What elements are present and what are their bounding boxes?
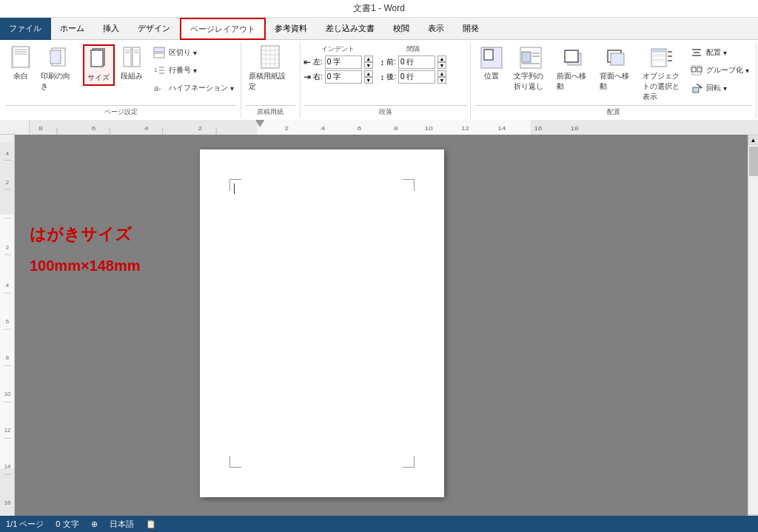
spacing-before-up[interactable]: ▲ [437, 55, 446, 62]
spacing-after-spinner[interactable]: ▲ ▼ [437, 70, 446, 84]
size-button[interactable]: サイズ [83, 44, 115, 86]
selection-pane-button[interactable]: オブジェクトの選択と表示 [640, 44, 684, 104]
vertical-scrollbar[interactable]: ▲ ▼ [748, 135, 758, 525]
title-text: 文書1 - Word [353, 2, 405, 15]
svg-rect-45 [652, 58, 665, 61]
page-setup-label: ページ設定 [6, 105, 236, 117]
draft-paper-label: 原稿用紙設定 [249, 71, 292, 92]
indent-right-down[interactable]: ▼ [364, 77, 373, 84]
spacing-after-row: ↕ 後: 0 行 ▲ ▼ [380, 70, 446, 84]
indent-label: インデント [303, 44, 373, 54]
indent-left-up[interactable]: ▲ [364, 55, 373, 62]
indent-left-spinner[interactable]: ▲ ▼ [364, 55, 373, 69]
wrap-text-button[interactable]: 文字列の折り返し [511, 44, 551, 93]
hyphenation-icon: a- [152, 81, 167, 95]
breaks-button[interactable]: 区切り ▾ [150, 44, 236, 61]
tab-home[interactable]: ホーム [51, 18, 94, 40]
draft-paper-group-label: 原稿用紙 [246, 105, 295, 117]
svg-rect-9 [91, 50, 103, 67]
draft-paper-group: 原稿用紙設定 原稿用紙 [241, 43, 301, 118]
tab-references[interactable]: 参考資料 [266, 18, 317, 40]
scroll-thumb[interactable] [749, 147, 758, 176]
main-area: 4 2 2 4 6 8 10 12 14 16 はがきサイズ 100mm×1 [0, 135, 758, 525]
spacing-label: 間隔 [380, 44, 446, 54]
svg-text:4: 4 [5, 282, 9, 289]
track-changes-symbol: 📋 [146, 519, 156, 529]
indent-left-input[interactable]: 0 字 [325, 55, 362, 69]
spacing-after-up[interactable]: ▲ [437, 70, 446, 77]
page-status-text: 1/1 ページ [6, 519, 44, 530]
tab-developer[interactable]: 開発 [454, 18, 489, 40]
spacing-after-icon: ↕ [380, 73, 385, 81]
align-button[interactable]: 配置 ▾ [687, 44, 751, 61]
line-numbers-icon: 1 [152, 63, 167, 78]
indent-right-spinner[interactable]: ▲ ▼ [364, 70, 373, 84]
align-label: 配置 [706, 47, 721, 58]
spacing-after-down[interactable]: ▼ [437, 77, 446, 84]
arrange-label: 配置 [475, 105, 751, 117]
columns-button[interactable]: 段組み [118, 44, 147, 83]
svg-rect-39 [565, 50, 578, 62]
scroll-up-button[interactable]: ▲ [748, 135, 759, 145]
position-button[interactable]: 位置 [475, 44, 508, 83]
line-numbers-button[interactable]: 1 行番号 ▾ [150, 62, 236, 78]
indent-left-down[interactable]: ▼ [364, 62, 373, 69]
indent-right-icon: ⇥ [303, 72, 311, 82]
page-setup-group: 余白 印刷の向き サ [1, 43, 241, 118]
orientation-button[interactable]: 印刷の向き [38, 44, 80, 93]
hyphenation-button[interactable]: a- ハイフネーション ▾ [150, 80, 236, 96]
rotate-arrow: ▾ [723, 84, 727, 92]
svg-text:6: 6 [358, 124, 361, 131]
spacing-after-input[interactable]: 0 行 [398, 70, 435, 84]
tab-mailings[interactable]: 差し込み文書 [317, 18, 384, 40]
indent-right-up[interactable]: ▲ [364, 70, 373, 77]
rotate-button[interactable]: 回転 ▾ [687, 80, 751, 96]
document-page[interactable] [200, 149, 444, 497]
svg-rect-16 [154, 47, 164, 52]
margins-button[interactable]: 余白 [6, 44, 35, 83]
tab-insert[interactable]: 挿入 [94, 18, 129, 40]
wrap-text-icon [519, 46, 543, 70]
spacing-before-spinner[interactable]: ▲ ▼ [437, 55, 446, 69]
orientation-label: 印刷の向き [41, 71, 77, 92]
spacing-before-down[interactable]: ▼ [437, 62, 446, 69]
rotate-label: 回転 [706, 83, 721, 93]
tab-page-layout[interactable]: ページレイアウト [180, 18, 266, 40]
ruler: 8 6 4 2 2 4 6 8 10 12 14 16 18 [0, 120, 758, 135]
svg-text:14: 14 [4, 463, 10, 470]
svg-marker-55 [700, 86, 702, 89]
bring-forward-button[interactable]: 前面へ移動 [554, 44, 594, 93]
tab-view[interactable]: 表示 [419, 18, 454, 40]
svg-text:16: 16 [4, 500, 10, 507]
svg-text:6: 6 [92, 124, 95, 131]
breaks-icon [152, 45, 167, 60]
group-button[interactable]: グループ化 ▾ [687, 62, 751, 78]
align-icon [689, 45, 704, 60]
tab-review[interactable]: 校閲 [384, 18, 419, 40]
annotation-panel: はがきサイズ 100mm×148mm [30, 223, 141, 275]
hyphenation-label: ハイフネーション [169, 83, 228, 93]
send-backward-label: 背面へ移動 [600, 71, 634, 92]
line-numbers-label: 行番号 [169, 65, 191, 75]
tab-design[interactable]: デザイン [129, 18, 180, 40]
spacing-before-input[interactable]: 0 行 [398, 55, 435, 69]
document-canvas[interactable]: はがきサイズ 100mm×148mm [15, 135, 748, 525]
bring-forward-icon [562, 46, 586, 70]
columns-label: 段組み [121, 71, 143, 81]
corner-mark-bottom-left [229, 456, 241, 468]
line-numbers-arrow: ▾ [193, 67, 197, 75]
indent-left-row: ⇤ 左: 0 字 ▲ ▼ [303, 55, 373, 69]
indent-right-input[interactable]: 0 字 [325, 70, 362, 84]
margins-icon [9, 46, 33, 70]
vertical-ruler: 4 2 2 4 6 8 10 12 14 16 [0, 135, 15, 525]
svg-text:10: 10 [425, 124, 433, 131]
size-label: サイズ [87, 73, 110, 83]
draft-paper-settings-button[interactable]: 原稿用紙設定 [246, 44, 295, 93]
text-cursor [234, 183, 235, 194]
corner-mark-top-left [229, 179, 241, 191]
send-backward-button[interactable]: 背面へ移動 [597, 44, 637, 93]
tab-file[interactable]: ファイル [0, 18, 51, 40]
indent-col: インデント ⇤ 左: 0 字 ▲ ▼ ⇥ 右: 0 字 [303, 44, 373, 104]
title-bar: 文書1 - Word [0, 0, 758, 18]
language-icon: ⊕ [91, 519, 98, 529]
